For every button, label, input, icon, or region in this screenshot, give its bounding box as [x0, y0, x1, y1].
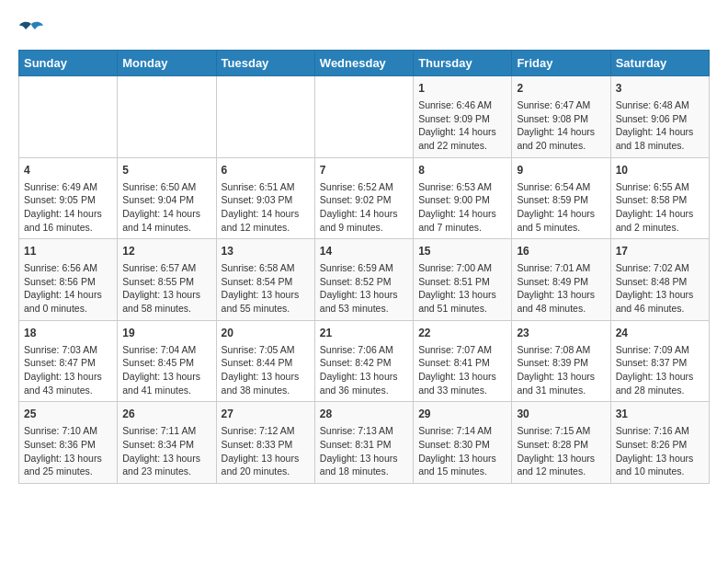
cell-content: Sunrise: 7:06 AMSunset: 8:42 PMDaylight:… — [320, 343, 408, 397]
day-number: 15 — [418, 244, 506, 259]
cell-content: Sunrise: 7:08 AMSunset: 8:39 PMDaylight:… — [517, 343, 605, 397]
day-header-tuesday: Tuesday — [216, 51, 314, 76]
cell-line: Daylight: 13 hours and 36 minutes. — [320, 371, 398, 396]
cell-line: Sunrise: 7:16 AM — [616, 425, 689, 436]
day-number: 5 — [122, 163, 210, 178]
cell-line: Sunrise: 6:49 AM — [24, 181, 97, 192]
calendar-cell: 20Sunrise: 7:05 AMSunset: 8:44 PMDayligh… — [216, 320, 314, 402]
calendar-cell: 17Sunrise: 7:02 AMSunset: 8:48 PMDayligh… — [610, 239, 709, 321]
cell-line: Sunset: 8:26 PM — [616, 439, 688, 450]
cell-line: Sunrise: 7:00 AM — [418, 262, 492, 273]
calendar-week-5: 25Sunrise: 7:10 AMSunset: 8:36 PMDayligh… — [19, 402, 710, 484]
day-number: 6 — [222, 163, 310, 178]
day-number: 30 — [517, 407, 605, 422]
cell-line: Daylight: 13 hours and 38 minutes. — [222, 371, 300, 396]
calendar-cell: 24Sunrise: 7:09 AMSunset: 8:37 PMDayligh… — [610, 320, 709, 402]
cell-line: Sunrise: 6:46 AM — [418, 99, 492, 110]
cell-line: Sunset: 9:00 PM — [418, 194, 490, 205]
cell-line: Sunrise: 7:03 AM — [24, 344, 97, 355]
day-number: 25 — [24, 407, 112, 422]
cell-line: Sunset: 9:06 PM — [616, 113, 688, 124]
calendar-table: SundayMondayTuesdayWednesdayThursdayFrid… — [18, 50, 710, 484]
cell-line: Sunset: 8:59 PM — [517, 194, 588, 205]
cell-line: Daylight: 13 hours and 15 minutes. — [418, 453, 496, 477]
calendar-header-row: SundayMondayTuesdayWednesdayThursdayFrid… — [19, 51, 710, 76]
day-number: 4 — [24, 163, 112, 178]
cell-line: Daylight: 13 hours and 58 minutes. — [122, 289, 200, 314]
day-number: 8 — [418, 163, 506, 178]
day-number: 2 — [517, 81, 605, 97]
calendar-cell: 23Sunrise: 7:08 AMSunset: 8:39 PMDayligh… — [512, 320, 610, 402]
cell-content: Sunrise: 7:10 AMSunset: 8:36 PMDaylight:… — [24, 424, 112, 478]
cell-line: Sunset: 9:09 PM — [418, 113, 490, 124]
calendar-cell: 6Sunrise: 6:51 AMSunset: 9:03 PMDaylight… — [216, 157, 314, 239]
cell-content: Sunrise: 6:55 AMSunset: 8:58 PMDaylight:… — [616, 180, 704, 235]
day-number: 21 — [320, 326, 408, 341]
day-number: 10 — [616, 163, 704, 178]
cell-line: Sunrise: 7:02 AM — [616, 262, 689, 273]
calendar-cell — [314, 76, 413, 158]
cell-line: Sunset: 8:31 PM — [320, 439, 392, 450]
cell-line: Sunset: 8:49 PM — [517, 276, 588, 287]
cell-line: Sunset: 8:36 PM — [24, 439, 96, 450]
cell-line: Sunset: 8:51 PM — [418, 276, 490, 287]
cell-content: Sunrise: 6:52 AMSunset: 9:02 PMDaylight:… — [320, 180, 408, 235]
cell-content: Sunrise: 6:58 AMSunset: 8:54 PMDaylight:… — [222, 261, 310, 316]
calendar-cell: 5Sunrise: 6:50 AMSunset: 9:04 PMDaylight… — [118, 157, 216, 239]
cell-content: Sunrise: 6:50 AMSunset: 9:04 PMDaylight:… — [122, 180, 210, 235]
cell-line: Sunset: 8:54 PM — [222, 276, 293, 287]
day-number: 14 — [320, 244, 408, 259]
cell-line: Daylight: 13 hours and 12 minutes. — [517, 453, 595, 477]
calendar-week-1: 1Sunrise: 6:46 AMSunset: 9:09 PMDaylight… — [19, 76, 710, 158]
cell-line: Daylight: 13 hours and 41 minutes. — [122, 371, 200, 396]
cell-content: Sunrise: 7:14 AMSunset: 8:30 PMDaylight:… — [418, 424, 506, 478]
cell-line: Sunset: 8:41 PM — [418, 357, 490, 368]
calendar-cell: 8Sunrise: 6:53 AMSunset: 9:00 PMDaylight… — [414, 157, 512, 239]
cell-line: Daylight: 13 hours and 25 minutes. — [24, 453, 102, 477]
cell-line: Daylight: 14 hours and 2 minutes. — [616, 208, 694, 233]
day-number: 17 — [616, 244, 704, 259]
calendar-cell — [216, 76, 314, 158]
header — [18, 18, 710, 40]
calendar-cell: 12Sunrise: 6:57 AMSunset: 8:55 PMDayligh… — [118, 239, 216, 321]
day-header-sunday: Sunday — [19, 51, 118, 76]
day-number: 28 — [320, 407, 408, 422]
cell-line: Sunrise: 6:51 AM — [222, 181, 295, 192]
cell-content: Sunrise: 6:57 AMSunset: 8:55 PMDaylight:… — [122, 261, 210, 316]
cell-content: Sunrise: 6:53 AMSunset: 9:00 PMDaylight:… — [418, 180, 506, 235]
cell-line: Daylight: 14 hours and 0 minutes. — [24, 289, 102, 314]
day-number: 18 — [24, 326, 112, 341]
day-number: 12 — [122, 244, 210, 259]
cell-line: Sunset: 9:03 PM — [222, 194, 293, 205]
cell-line: Daylight: 13 hours and 33 minutes. — [418, 371, 496, 396]
calendar-cell: 2Sunrise: 6:47 AMSunset: 9:08 PMDaylight… — [512, 76, 610, 158]
calendar-cell: 28Sunrise: 7:13 AMSunset: 8:31 PMDayligh… — [314, 402, 413, 484]
calendar-cell: 7Sunrise: 6:52 AMSunset: 9:02 PMDaylight… — [314, 157, 413, 239]
cell-line: Daylight: 14 hours and 22 minutes. — [418, 126, 496, 151]
day-number: 27 — [222, 407, 310, 422]
cell-line: Sunrise: 6:53 AM — [418, 181, 492, 192]
cell-line: Sunset: 8:37 PM — [616, 357, 688, 368]
calendar-cell: 27Sunrise: 7:12 AMSunset: 8:33 PMDayligh… — [216, 402, 314, 484]
cell-line: Sunset: 8:52 PM — [320, 276, 392, 287]
cell-line: Sunrise: 6:48 AM — [616, 99, 689, 110]
day-number: 29 — [418, 407, 506, 422]
cell-line: Sunrise: 7:08 AM — [517, 344, 590, 355]
calendar-cell: 4Sunrise: 6:49 AMSunset: 9:05 PMDaylight… — [19, 157, 118, 239]
cell-line: Daylight: 13 hours and 18 minutes. — [320, 453, 398, 477]
cell-content: Sunrise: 7:13 AMSunset: 8:31 PMDaylight:… — [320, 424, 408, 478]
cell-content: Sunrise: 6:54 AMSunset: 8:59 PMDaylight:… — [517, 180, 605, 235]
calendar-cell: 19Sunrise: 7:04 AMSunset: 8:45 PMDayligh… — [118, 320, 216, 402]
cell-line: Sunset: 8:45 PM — [122, 357, 194, 368]
cell-line: Sunrise: 7:14 AM — [418, 425, 492, 436]
cell-line: Sunset: 8:55 PM — [122, 276, 194, 287]
cell-line: Sunrise: 6:56 AM — [24, 262, 97, 273]
day-number: 16 — [517, 244, 605, 259]
calendar-cell — [19, 76, 118, 158]
cell-content: Sunrise: 7:12 AMSunset: 8:33 PMDaylight:… — [222, 424, 310, 478]
calendar-cell: 11Sunrise: 6:56 AMSunset: 8:56 PMDayligh… — [19, 239, 118, 321]
cell-line: Sunset: 8:30 PM — [418, 439, 490, 450]
cell-line: Sunrise: 6:55 AM — [616, 181, 689, 192]
cell-content: Sunrise: 7:16 AMSunset: 8:26 PMDaylight:… — [616, 424, 704, 478]
cell-line: Daylight: 13 hours and 51 minutes. — [418, 289, 496, 314]
